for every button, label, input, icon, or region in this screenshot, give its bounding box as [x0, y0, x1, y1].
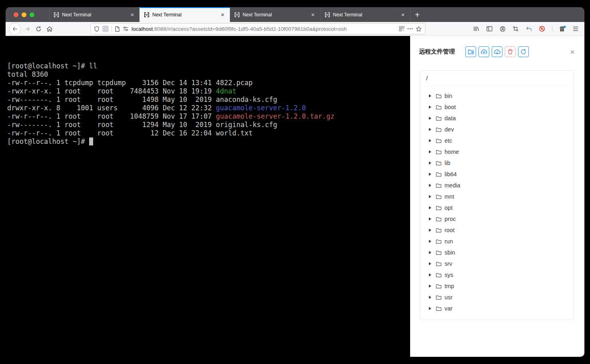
- expand-caret-icon[interactable]: [425, 94, 435, 97]
- library-icon: [473, 26, 479, 32]
- expand-caret-icon[interactable]: [425, 273, 435, 276]
- folder-icon: [436, 105, 442, 110]
- tree-item-opt[interactable]: opt: [420, 202, 573, 213]
- tree-item-dev[interactable]: dev: [420, 124, 573, 135]
- tab-close-icon[interactable]: ×: [129, 12, 136, 18]
- library-button[interactable]: [470, 23, 482, 34]
- expand-caret-icon[interactable]: [425, 139, 435, 142]
- folder-name: run: [444, 238, 453, 245]
- expand-caret-icon[interactable]: [425, 307, 435, 310]
- undo-button[interactable]: [523, 23, 534, 34]
- terminal-line: drwxr-xr-x. 8 1001 users 4096 Dec 12 22:…: [7, 104, 410, 112]
- expand-caret-icon[interactable]: [425, 240, 435, 243]
- folder-icon: [436, 138, 442, 143]
- extension-button[interactable]: [557, 23, 568, 34]
- folder-icon: [436, 93, 442, 99]
- url-host: localhost: [132, 26, 153, 32]
- delete-button[interactable]: [505, 46, 516, 57]
- url-bar[interactable]: localhost:8088/#/access?assetsId=9d60f9f…: [90, 23, 425, 34]
- close-window-button[interactable]: [14, 12, 18, 17]
- expand-caret-icon[interactable]: [425, 105, 435, 109]
- expand-caret-icon[interactable]: [425, 217, 435, 221]
- tree-item-sys[interactable]: sys: [420, 269, 573, 280]
- panel-close-icon[interactable]: ×: [570, 48, 575, 56]
- expand-caret-icon[interactable]: [425, 195, 435, 198]
- tab-close-icon[interactable]: ×: [219, 12, 226, 18]
- forward-button[interactable]: [22, 23, 33, 34]
- tree-item-data[interactable]: data: [420, 113, 573, 124]
- folder-name: lib64: [444, 171, 457, 177]
- undo-icon: [526, 26, 532, 32]
- tab-close-icon[interactable]: ×: [310, 12, 316, 18]
- folder-name: data: [444, 115, 456, 121]
- tree-item-sbin[interactable]: sbin: [420, 247, 573, 258]
- upload-button[interactable]: [478, 46, 489, 57]
- tree-item-home[interactable]: home: [420, 146, 573, 157]
- expand-caret-icon[interactable]: [425, 262, 435, 265]
- current-path[interactable]: /: [420, 71, 573, 86]
- bookmark-star-icon[interactable]: [416, 26, 422, 32]
- shield-icon[interactable]: [94, 26, 100, 32]
- reload-button[interactable]: [33, 23, 44, 34]
- blocked-button[interactable]: [536, 23, 548, 34]
- folder-icon: [436, 217, 442, 222]
- next-terminal-favicon-icon: [234, 12, 240, 18]
- page-actions-icon[interactable]: [407, 28, 413, 30]
- browser-tab[interactable]: Next Terminal ×: [320, 7, 411, 22]
- reload-icon: [520, 49, 526, 55]
- file-tree-card: / bin: [419, 70, 574, 320]
- tree-item-etc[interactable]: etc: [420, 135, 573, 146]
- back-button[interactable]: [9, 23, 21, 35]
- expand-caret-icon[interactable]: [425, 184, 435, 187]
- sidebar-icon: [486, 26, 492, 32]
- folder-name: srv: [444, 261, 452, 267]
- browser-tab[interactable]: Next Terminal ×: [49, 7, 140, 22]
- browser-tab[interactable]: Next Terminal ×: [230, 7, 320, 22]
- tree-item-bin[interactable]: bin: [420, 90, 573, 101]
- tree-item-proc[interactable]: proc: [420, 213, 573, 225]
- maximize-window-button[interactable]: [30, 12, 34, 17]
- download-button[interactable]: [492, 46, 502, 57]
- ssh-terminal[interactable]: [root@localhost ~]# lltotal 8360-rw-r--r…: [6, 36, 410, 357]
- page-icon[interactable]: [115, 26, 120, 32]
- folder-icon: [436, 205, 442, 211]
- expand-caret-icon[interactable]: [425, 173, 435, 176]
- screenshot-button[interactable]: [510, 23, 521, 34]
- home-button[interactable]: [44, 23, 55, 34]
- qr-extension-icon[interactable]: [399, 26, 405, 32]
- expand-caret-icon[interactable]: [425, 161, 435, 165]
- reload-icon: [36, 26, 42, 32]
- tree-item-media[interactable]: media: [420, 180, 573, 191]
- terminal-line: [root@localhost ~]#: [7, 137, 410, 146]
- minimize-window-button[interactable]: [22, 12, 26, 17]
- folder-name: usr: [444, 294, 452, 300]
- tree-item-boot[interactable]: boot: [420, 101, 573, 113]
- new-folder-button[interactable]: [465, 46, 476, 57]
- expand-caret-icon[interactable]: [425, 117, 435, 120]
- menu-button[interactable]: [570, 23, 581, 34]
- tree-item-lib[interactable]: lib: [420, 157, 573, 169]
- refresh-button[interactable]: [518, 46, 529, 57]
- tree-item-run[interactable]: run: [420, 236, 573, 247]
- expand-caret-icon[interactable]: [425, 284, 435, 288]
- expand-caret-icon[interactable]: [425, 251, 435, 254]
- tree-item-usr[interactable]: usr: [420, 292, 573, 303]
- expand-caret-icon[interactable]: [425, 296, 435, 299]
- new-tab-button[interactable]: +: [411, 7, 424, 22]
- tree-item-var[interactable]: var: [420, 303, 573, 314]
- expand-caret-icon[interactable]: [425, 150, 435, 153]
- folder-icon: [436, 261, 442, 267]
- tab-close-icon[interactable]: ×: [400, 12, 406, 18]
- expand-caret-icon[interactable]: [425, 229, 435, 232]
- permissions-icon[interactable]: [123, 26, 129, 32]
- tree-item-root[interactable]: root: [420, 225, 573, 236]
- browser-tab[interactable]: Next Terminal ×: [140, 7, 230, 22]
- tree-item-mnt[interactable]: mnt: [420, 191, 573, 202]
- tree-item-srv[interactable]: srv: [420, 258, 573, 269]
- sidebar-button[interactable]: [484, 23, 495, 34]
- tree-item-lib64[interactable]: lib64: [420, 169, 573, 180]
- account-button[interactable]: [497, 23, 508, 34]
- tree-item-tmp[interactable]: tmp: [420, 280, 573, 292]
- expand-caret-icon[interactable]: [425, 128, 435, 131]
- expand-caret-icon[interactable]: [425, 206, 435, 209]
